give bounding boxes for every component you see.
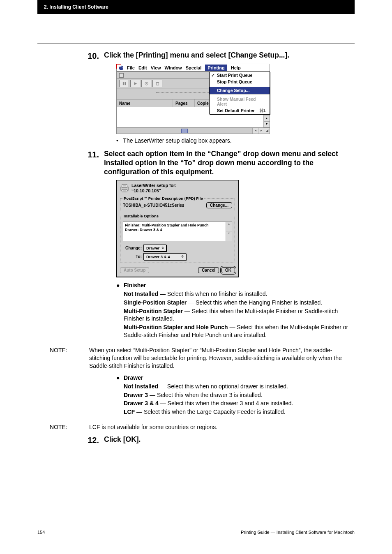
finisher-item: ● FInisher Not Installed — Select this w…	[116, 282, 355, 339]
label: Single-Position Stapler	[124, 299, 187, 306]
note-label: NOTE:	[37, 423, 89, 431]
to-label: To:	[123, 254, 142, 259]
step-title: Select each option item in the “Change” …	[104, 150, 355, 177]
menu-item-start-queue[interactable]: ✓ Start Print Queue	[210, 72, 270, 78]
checkmark-icon: ✓	[211, 73, 215, 78]
finisher-multipunch: Multi-Position Stapler and Hole Punch — …	[124, 323, 355, 339]
menu-item-change-setup[interactable]: Change Setup...	[210, 87, 270, 94]
svg-rect-9	[156, 82, 158, 85]
step-11-body: LaserWriter setup for: “10.10.70.105” Po…	[116, 180, 355, 339]
scroll-down-icon[interactable]: ▾	[226, 231, 232, 241]
step-11: 11. Select each option item in the “Chan…	[37, 150, 355, 177]
scroll-down-icon[interactable]: ▾	[264, 122, 270, 127]
toolbar-pause-button[interactable]	[119, 80, 129, 87]
ppd-row: TOSHIBA_e-STUDIO451cSeries Change...	[123, 202, 232, 208]
menu-shortcut: ⌘L	[259, 108, 266, 113]
finisher-text: FInisher Not Installed — Select this whe…	[124, 282, 355, 339]
installable-options-fieldset: Installable Options Finisher: Multi-Posi…	[120, 214, 235, 263]
printer-icon	[120, 184, 129, 192]
horizontal-rule	[37, 44, 355, 44]
label: Drawer 3 & 4	[124, 400, 159, 406]
hscroll-left-icon[interactable]: ◂	[252, 128, 258, 134]
menu-file[interactable]: File	[127, 65, 135, 70]
col-pages[interactable]: Pages	[173, 99, 195, 107]
hscroll-thumb[interactable]	[181, 129, 188, 133]
text: — Select this when the Hanging Finisher …	[187, 299, 322, 306]
change-value: Drawer	[146, 246, 159, 250]
step-title: Click the [Printing] menu and select [Ch…	[104, 51, 355, 60]
io-scrollbar[interactable]: ▴ ▾	[226, 222, 232, 241]
text: — Select this when the drawer 3 and 4 ar…	[159, 400, 293, 406]
ok-button[interactable]: OK	[221, 267, 235, 273]
hscroll-track[interactable]	[117, 128, 252, 134]
hscroll-right-icon[interactable]: ▸	[258, 128, 264, 134]
menu-help[interactable]: Help	[231, 65, 241, 70]
menu-edit[interactable]: Edit	[138, 65, 147, 70]
to-popup[interactable]: Drawer 3 & 4	[143, 253, 186, 260]
ppd-fieldset: PostScript™ Printer Description (PPD) Fi…	[120, 196, 235, 211]
io-list: Finisher: Multi-Position Stapler and Hol…	[123, 222, 232, 241]
menu-printing[interactable]: Printing	[205, 65, 227, 71]
horizontal-scrollbar: ◂ ▸ ◢	[117, 128, 270, 134]
page: 2. Installing Client Software 10. Click …	[0, 0, 392, 554]
menu-item-label: Show Manual Feed Alert	[217, 97, 256, 106]
svg-rect-4	[125, 82, 126, 85]
menu-item-label: Change Setup...	[217, 88, 249, 93]
bullet-icon: ●	[116, 374, 124, 382]
menu-item-stop-queue[interactable]: Stop Print Queue	[210, 78, 270, 85]
corner-marker-icon	[116, 64, 121, 69]
dialog-title-line1: LaserWriter setup for:	[131, 183, 177, 188]
step-10-sub-bullet: • The LaserWriter setup dialog box appea…	[116, 137, 355, 144]
scroll-up-icon[interactable]: ▴	[264, 116, 270, 122]
dialog-button-row: Auto Setup Cancel OK	[120, 267, 235, 273]
finisher-heading: FInisher	[124, 282, 146, 289]
dialog-title-row: LaserWriter setup for: “10.10.70.105”	[120, 183, 235, 194]
dialog-title: LaserWriter setup for: “10.10.70.105”	[131, 183, 177, 194]
io-line2: Drawer: Drawer 3 & 4	[125, 228, 162, 232]
to-value: Drawer 3 & 4	[146, 254, 170, 259]
drawer-heading: Drawer	[124, 374, 143, 381]
menu-special[interactable]: Special	[186, 65, 202, 70]
drawer-text: Drawer Not Installed — Select this when …	[124, 374, 355, 416]
step-10: 10. Click the [Printing] menu and select…	[37, 51, 355, 61]
bullet-icon: ●	[116, 282, 124, 289]
resize-handle-icon[interactable]: ◢	[264, 128, 270, 134]
change-ppd-button[interactable]: Change...	[206, 202, 232, 208]
change-popup[interactable]: Drawer	[143, 245, 166, 252]
screenshot-laserwriter-setup: LaserWriter setup for: “10.10.70.105” Po…	[116, 180, 239, 277]
menu-window[interactable]: Window	[165, 65, 182, 70]
note-2: NOTE: LCF is not available for some coun…	[37, 423, 355, 431]
auto-setup-button: Auto Setup	[120, 267, 149, 273]
change-row: Change: Drawer	[123, 245, 232, 252]
toolbar-trash-button[interactable]	[152, 80, 162, 87]
note-text: LCF is not available for some countries …	[89, 423, 355, 431]
content-area: 10. Click the [Printing] menu and select…	[37, 48, 355, 446]
io-legend: Installable Options	[123, 214, 159, 218]
menu-separator	[210, 86, 270, 86]
svg-rect-16	[122, 189, 127, 192]
step-number: 11.	[37, 150, 104, 160]
menu-item-set-default[interactable]: Set Default Printer ⌘L	[210, 107, 270, 114]
toolbar-clock-button[interactable]	[141, 80, 151, 87]
finisher-single: Single-Position Stapler — Select this wh…	[124, 299, 355, 307]
screenshot-printing-menu: File Edit View Window Special Printing H…	[116, 64, 270, 134]
label: Drawer 3	[124, 392, 148, 398]
menu-item-label: Set Default Printer	[217, 108, 255, 113]
finisher-multi: Multi-Position Stapler — Select this whe…	[124, 307, 355, 323]
col-name[interactable]: Name	[117, 99, 173, 107]
printing-dropdown: ✓ Start Print Queue Stop Print Queue Cha…	[209, 72, 270, 114]
svg-rect-3	[122, 82, 124, 85]
svg-line-8	[146, 83, 147, 84]
step-12: 12. Click [OK].	[37, 435, 355, 446]
ppd-name: TOSHIBA_e-STUDIO451cSeries	[123, 203, 184, 208]
io-text: Finisher: Multi-Position Stapler and Hol…	[123, 222, 226, 241]
io-line1: Finisher: Multi-Position Stapler and Hol…	[125, 223, 209, 227]
toolbar-play-button[interactable]	[130, 80, 140, 87]
section-header-bar: 2. Installing Client Software	[37, 0, 355, 14]
scroll-up-icon[interactable]: ▴	[226, 222, 232, 232]
text: — Select this when no optional drawer is…	[158, 383, 288, 390]
menu-view[interactable]: View	[151, 65, 161, 70]
step-10-body: File Edit View Window Special Printing H…	[116, 64, 355, 144]
text: — Select this when the drawer 3 is insta…	[148, 392, 263, 398]
cancel-button[interactable]: Cancel	[198, 267, 219, 273]
